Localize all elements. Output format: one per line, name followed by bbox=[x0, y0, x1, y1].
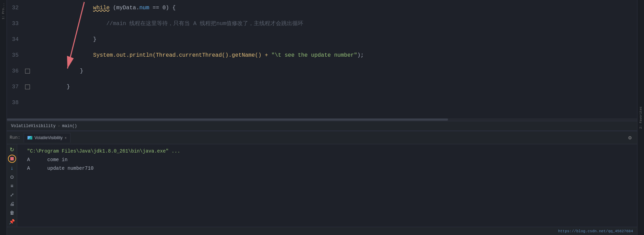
rerun-button[interactable]: ↻ bbox=[8, 146, 16, 153]
left-sidebar: 1: Pro... bbox=[0, 0, 7, 235]
run-panel: Run: VolatileVisibility × ⚙ ↻ ↓ ⊙ ≡ ⤢ 🖨 bbox=[7, 131, 637, 227]
breadcrumb-bar: VolatileVisibility › main() bbox=[7, 121, 637, 131]
format-button[interactable]: ≡ bbox=[8, 182, 16, 190]
run-tab-volatilevisibility[interactable]: VolatileVisibility × bbox=[24, 133, 70, 143]
gutter-36 bbox=[24, 69, 31, 74]
settings-icon[interactable]: ⚙ bbox=[625, 134, 634, 141]
breadcrumb-class: VolatileVisibility bbox=[11, 124, 56, 128]
code-brace-37: } bbox=[67, 84, 70, 90]
right-sidebar: 2: Favorites bbox=[637, 0, 644, 235]
line-num-32: 32 bbox=[7, 0, 24, 16]
run-output: "C:\Program Files\Java\jdk1.8.0_261\bin\… bbox=[17, 144, 637, 227]
sidebar-label-1: 1: Pro... bbox=[0, 1, 7, 21]
breadcrumb-method: main() bbox=[62, 124, 77, 128]
status-bar: https://blog.csdn.net/qq_45627684 bbox=[7, 227, 637, 235]
run-tab-close[interactable]: × bbox=[65, 136, 67, 140]
code-lines: 32 while (myData.num == 0) { 33 //main 线… bbox=[7, 0, 637, 118]
run-tab-icon bbox=[28, 136, 32, 139]
line-num-33: 33 bbox=[7, 16, 24, 32]
trash-button[interactable]: 🗑 bbox=[8, 209, 16, 216]
expand-button[interactable]: ⤢ bbox=[8, 191, 16, 199]
gutter-icon-36 bbox=[25, 69, 30, 74]
run-tabs-bar: Run: VolatileVisibility × ⚙ bbox=[7, 131, 637, 144]
run-label: Run: bbox=[10, 135, 20, 140]
line-num-38: 38 bbox=[7, 95, 24, 111]
run-toolbar: ↻ ↓ ⊙ ≡ ⤢ 🖨 🗑 📌 bbox=[7, 144, 17, 227]
horizontal-scrollbar[interactable] bbox=[7, 118, 637, 121]
print-button[interactable]: 🖨 bbox=[8, 200, 16, 208]
output-line-1: "C:\Program Files\Java\jdk1.8.0_261\bin\… bbox=[21, 147, 633, 156]
output-line-2: A come in bbox=[21, 156, 633, 164]
status-url: https://blog.csdn.net/qq_45627684 bbox=[558, 229, 633, 233]
stop-icon bbox=[10, 157, 14, 160]
editor-area: 32 while (myData.num == 0) { 33 //main 线… bbox=[7, 0, 637, 121]
run-tab-label: VolatileVisibility bbox=[34, 135, 63, 140]
stop-button[interactable] bbox=[8, 155, 16, 163]
code-line-37: 37 } bbox=[7, 79, 637, 95]
line-num-36: 36 bbox=[7, 63, 24, 79]
gutter-37 bbox=[24, 85, 31, 89]
gutter-icon-37 bbox=[25, 85, 30, 89]
camera-button[interactable]: ⊙ bbox=[8, 173, 16, 181]
sidebar-label-2: 2: Favorites bbox=[639, 107, 643, 129]
line-content-37: } bbox=[31, 63, 637, 111]
line-num-35: 35 bbox=[7, 47, 24, 63]
line-num-37: 37 bbox=[7, 79, 24, 95]
pin-button[interactable]: 📌 bbox=[8, 218, 16, 225]
breadcrumb-sep: › bbox=[58, 124, 60, 128]
main-content: 32 while (myData.num == 0) { 33 //main 线… bbox=[7, 0, 637, 235]
run-content: ↻ ↓ ⊙ ≡ ⤢ 🖨 🗑 📌 "C:\Program Files\Java\j… bbox=[7, 144, 637, 227]
down-button[interactable]: ↓ bbox=[8, 164, 16, 172]
line-num-34: 34 bbox=[7, 32, 24, 47]
output-line-3: A update number710 bbox=[21, 164, 633, 173]
scrollbar-thumb[interactable] bbox=[7, 119, 448, 121]
